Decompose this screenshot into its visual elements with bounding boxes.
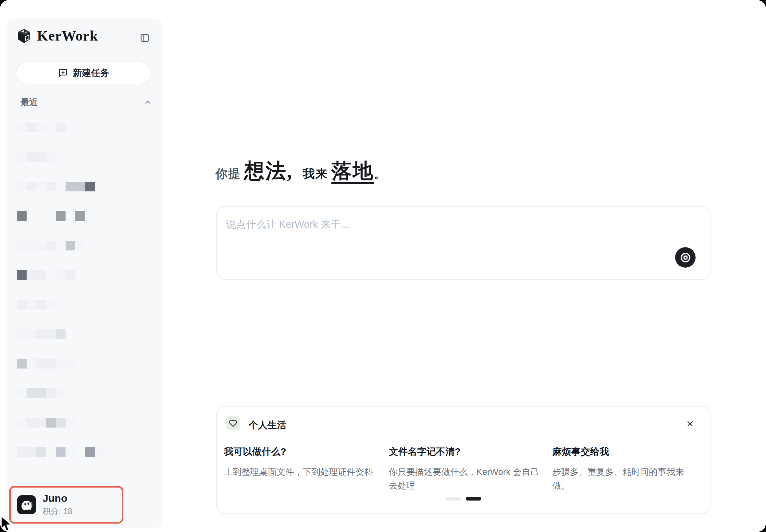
category-badge: [226, 416, 240, 430]
user-name: Juno: [43, 493, 72, 504]
record-submit-button[interactable]: [675, 247, 696, 268]
headline-emphasis-2: 落地: [331, 161, 374, 184]
carousel-dot[interactable]: [446, 497, 461, 501]
suggestion-title: 我可以做什么?: [224, 445, 380, 458]
headline-period: 。: [374, 167, 385, 182]
sidebar-recent-list: [17, 123, 104, 457]
kerwork-logo-icon: [17, 28, 31, 44]
brand: KerWork: [17, 28, 98, 44]
suggestion-item: 我可以做什么? 上到整理桌面文件，下到处理证件资料: [224, 445, 389, 493]
sidebar-item-redacted[interactable]: [17, 211, 104, 221]
suggestion-card: 个人生活 我可以做什么? 上到整理桌面文件，下到处理证件资料 文件名字记不清? …: [216, 406, 711, 514]
sidebar-item-redacted[interactable]: [17, 270, 104, 280]
page-title: 你提 想法, 我来 落地 。: [215, 161, 385, 184]
suggestion-item: 文件名字记不清? 你只要描述要做什么，KerWork 会自己去处理: [389, 445, 553, 493]
sidebar-item-redacted[interactable]: [17, 447, 104, 457]
recent-label: 最近: [20, 96, 38, 108]
carousel-dots: [217, 497, 710, 501]
new-task-button[interactable]: 新建任务: [16, 62, 152, 84]
sidebar-item-redacted[interactable]: [17, 359, 104, 369]
recent-collapse-button[interactable]: [144, 98, 152, 106]
sidebar-item-redacted[interactable]: [17, 418, 104, 428]
mouse-cursor: [0, 515, 15, 532]
suggestion-desc: 步骤多、重复多、耗时间的事我来做。: [553, 465, 693, 493]
suggestion-title: 文件名字记不清?: [389, 445, 543, 458]
suggestion-desc: 上到整理桌面文件，下到处理证件资料: [224, 465, 376, 479]
prompt-input-box: [216, 206, 711, 280]
recent-section-header: 最近: [20, 96, 152, 108]
sidebar: KerWork 新建任务 最近: [7, 18, 162, 528]
prompt-input[interactable]: [217, 207, 710, 279]
sidebar-item-redacted[interactable]: [17, 182, 104, 191]
suggestion-title: 麻烦事交给我: [553, 445, 693, 458]
message-plus-icon: [58, 68, 68, 78]
brand-name: KerWork: [37, 28, 98, 44]
headline-lead: 你提: [215, 166, 241, 182]
panel-left-icon: [140, 33, 150, 43]
sidebar-item-redacted[interactable]: [17, 241, 104, 250]
heart-icon: [229, 419, 237, 428]
new-task-label: 新建任务: [73, 67, 109, 79]
user-profile-highlighted[interactable]: Juno 积分: 18: [9, 486, 123, 524]
suggestion-item: 麻烦事交给我 步骤多、重复多、耗时间的事我来做。: [553, 445, 702, 493]
sidebar-item-redacted[interactable]: [17, 300, 104, 309]
chevron-up-icon: [144, 98, 152, 106]
suggestion-columns: 我可以做什么? 上到整理桌面文件，下到处理证件资料 文件名字记不清? 你只要描述…: [224, 445, 703, 493]
headline-emphasis-1: 想法,: [244, 161, 293, 181]
sidebar-item-redacted[interactable]: [17, 329, 104, 339]
sidebar-item-redacted[interactable]: [17, 123, 104, 132]
card-close-button[interactable]: [685, 419, 695, 429]
sidebar-collapse-button[interactable]: [138, 31, 152, 45]
carousel-dot[interactable]: [466, 497, 481, 501]
category-label: 个人生活: [249, 419, 286, 432]
sidebar-item-redacted[interactable]: [17, 388, 104, 398]
suggestion-desc: 你只要描述要做什么，KerWork 会自己去处理: [389, 465, 541, 493]
headline-mid: 我来: [303, 166, 328, 182]
close-icon: [686, 419, 694, 428]
kerwork-app-window: KerWork 新建任务 最近: [0, 0, 766, 532]
avatar: [17, 495, 36, 514]
record-circle-icon: [680, 252, 691, 263]
user-points: 积分: 18: [43, 506, 72, 517]
sidebar-item-redacted[interactable]: [17, 152, 104, 162]
